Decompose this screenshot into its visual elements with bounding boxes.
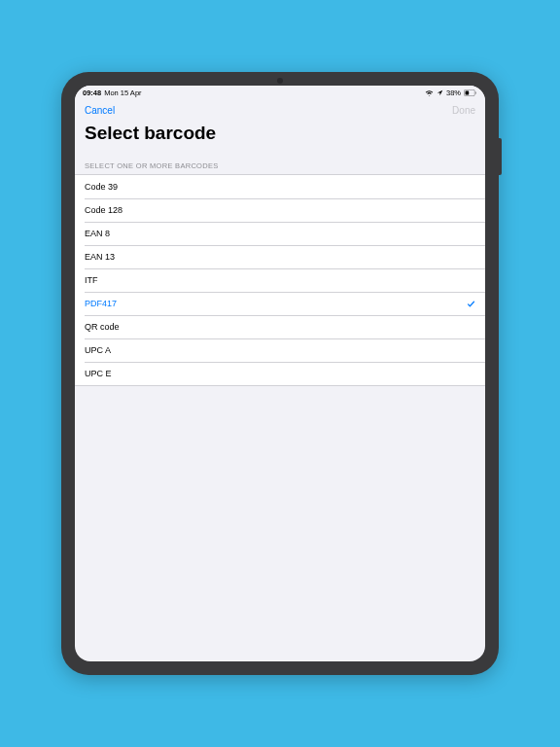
barcode-list-item[interactable]: Code 128 xyxy=(75,198,485,222)
barcode-item-label: UPC E xyxy=(85,369,112,378)
checkmark-icon xyxy=(467,300,475,308)
barcode-item-label: Code 128 xyxy=(85,205,122,215)
device-camera xyxy=(277,78,283,84)
location-icon xyxy=(437,89,443,96)
status-date: Mon 15 Apr xyxy=(104,89,141,97)
status-time: 09:48 xyxy=(83,89,101,97)
barcode-list-item[interactable]: QR code xyxy=(75,315,485,338)
barcode-list: Code 39 Code 128 EAN 8 EAN 13 ITF PDF417 xyxy=(75,174,485,386)
barcode-list-item[interactable]: EAN 13 xyxy=(75,245,485,268)
wifi-icon xyxy=(425,89,434,96)
done-button: Done xyxy=(452,105,475,116)
page-title: Select barcode xyxy=(75,121,485,152)
nav-bar: Cancel Done xyxy=(75,99,485,121)
status-bar: 09:48 Mon 15 Apr 38% xyxy=(75,86,485,99)
barcode-list-item[interactable]: EAN 8 xyxy=(75,222,485,245)
section-header: SELECT ONE OR MORE BARCODES xyxy=(75,152,485,174)
cancel-button[interactable]: Cancel xyxy=(85,105,115,116)
barcode-item-label: Code 39 xyxy=(85,182,118,192)
barcode-list-item[interactable]: PDF417 xyxy=(75,292,485,315)
barcode-list-item[interactable]: UPC E xyxy=(75,362,485,385)
svg-rect-2 xyxy=(475,91,476,93)
barcode-list-item[interactable]: ITF xyxy=(75,268,485,292)
battery-pct: 38% xyxy=(446,89,461,97)
device-side-button xyxy=(499,138,502,175)
barcode-list-item[interactable]: Code 39 xyxy=(75,175,485,198)
battery-icon xyxy=(464,89,477,96)
barcode-item-label: QR code xyxy=(85,322,120,332)
barcode-item-label: UPC A xyxy=(85,345,111,355)
barcode-item-label: EAN 13 xyxy=(85,252,115,262)
screen: 09:48 Mon 15 Apr 38% Cancel Done Select … xyxy=(75,86,485,661)
status-right: 38% xyxy=(425,89,477,97)
device-frame: 09:48 Mon 15 Apr 38% Cancel Done Select … xyxy=(61,72,499,675)
barcode-item-label: ITF xyxy=(85,275,98,285)
barcode-list-item[interactable]: UPC A xyxy=(75,338,485,362)
svg-rect-1 xyxy=(466,90,470,94)
status-left: 09:48 Mon 15 Apr xyxy=(83,89,142,97)
barcode-item-label: PDF417 xyxy=(85,299,117,308)
barcode-item-label: EAN 8 xyxy=(85,229,110,238)
